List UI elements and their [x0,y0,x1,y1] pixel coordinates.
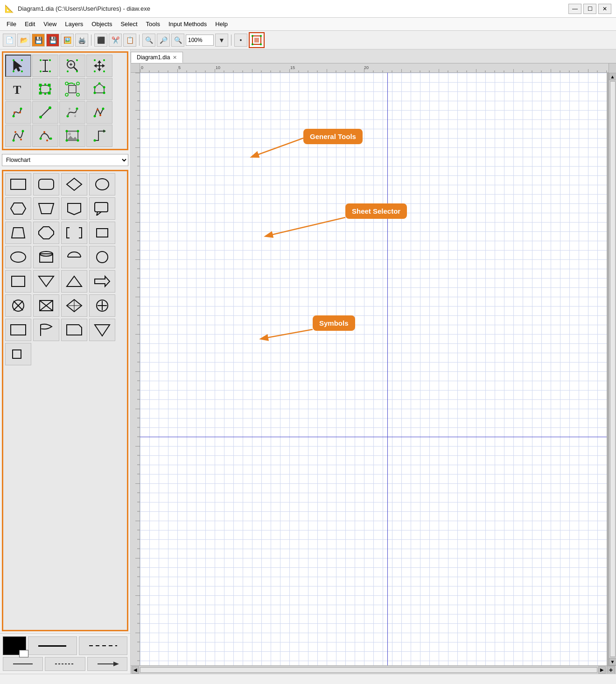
toolbar-cut[interactable]: ✂️ [109,34,122,47]
symbol-cylinder[interactable] [33,246,59,268]
tool-connector[interactable] [86,125,112,147]
h-scroll-left[interactable]: ◀ [132,666,139,674]
menu-objects[interactable]: Objects [88,20,116,28]
zoom-input[interactable] [186,35,214,46]
h-scroll-track[interactable] [140,667,597,673]
toolbar-export[interactable]: 🖼️ [61,34,74,47]
menu-select[interactable]: Select [117,20,141,28]
tool-magnifier[interactable] [59,55,85,77]
zoom-dropdown[interactable]: ▼ [215,34,228,47]
tool-freehand[interactable] [5,101,31,124]
h-scroll-right[interactable]: ▶ [598,666,606,674]
tool-move[interactable] [86,55,112,77]
toolbar-zoom-out[interactable]: 🔍 [171,34,184,47]
minimize-button[interactable]: — [568,4,581,14]
symbol-rect-cut[interactable] [61,319,87,341]
symbol-plus-circle[interactable] [89,294,115,317]
toolbar-special-btn[interactable] [249,32,265,48]
fg-color-block[interactable] [3,636,26,655]
symbol-hexagon[interactable] [5,197,31,220]
symbol-cylinder-top[interactable] [89,173,115,195]
tool-open-bezier[interactable] [32,125,58,147]
toolbar-zoom-fit[interactable]: 🔎 [157,34,170,47]
menu-help[interactable]: Help [211,20,231,28]
tool-spline[interactable] [5,125,31,147]
symbol-trapezoid2[interactable] [5,222,31,244]
tool-pointer[interactable] [5,55,31,77]
svg-point-48 [65,82,68,85]
symbol-inv-triangle[interactable] [89,319,115,341]
tool-rect-rotate[interactable] [59,78,85,100]
tool-text-cursor[interactable] [32,55,58,77]
v-scroll-up[interactable]: ▲ [609,73,616,80]
line-style-thick[interactable] [28,636,77,655]
v-scroll-down[interactable]: ▼ [609,658,616,665]
symbol-x-circle[interactable] [5,294,31,317]
symbol-small-rect[interactable] [89,222,115,244]
toolbar-save[interactable]: 💾 [32,34,45,47]
tool-polygon[interactable] [86,78,112,100]
svg-marker-98 [11,203,26,214]
symbol-rect[interactable] [5,173,31,195]
menu-edit[interactable]: Edit [21,20,39,28]
svg-point-90 [77,140,79,142]
symbol-arrow-right[interactable] [89,270,115,293]
toolbar-paste[interactable]: 📋 [123,34,136,47]
symbol-speech[interactable] [89,197,115,220]
canvas-scroll[interactable] [140,73,609,665]
tool-line[interactable] [32,101,58,124]
menu-file[interactable]: File [3,20,20,28]
line-style-dashed[interactable] [79,636,128,655]
svg-point-59 [20,108,22,110]
color-picker[interactable] [3,636,26,655]
vertical-ruler [131,73,140,665]
symbol-octagon[interactable] [33,222,59,244]
toolbar-new[interactable]: 📄 [3,34,16,47]
tab-diagram1[interactable]: Diagram1.dia ✕ [131,52,183,63]
symbol-rect2[interactable] [5,319,31,341]
symbol-diamond2[interactable] [61,294,87,317]
symbol-roundrect[interactable] [33,173,59,195]
symbol-circle[interactable] [89,246,115,268]
menu-view[interactable]: View [40,20,60,28]
v-scroll-track[interactable] [610,81,616,657]
tool-image[interactable] [59,125,85,147]
tool-zigzag[interactable] [86,101,112,124]
tool-rect-handles[interactable] [32,78,58,100]
menu-layers[interactable]: Layers [61,20,87,28]
toolbar-zoom-in[interactable]: 🔍 [142,34,155,47]
symbol-small-square[interactable] [5,343,31,365]
toolbar-saveas[interactable]: 💾 [46,34,59,47]
arrow-none[interactable] [3,657,43,671]
tool-bezier[interactable] [59,101,85,124]
h-scroll-plus[interactable]: + [607,666,615,674]
maximize-button[interactable]: ☐ [583,4,596,14]
symbol-triangle-down[interactable] [33,270,59,293]
symbol-shield-icon [66,202,83,216]
symbol-diamond[interactable] [61,173,87,195]
tool-text[interactable]: T [5,78,31,100]
menu-tools[interactable]: Tools [142,20,164,28]
symbol-ellipse[interactable] [5,246,31,268]
symbol-trapezoid[interactable] [33,197,59,220]
tab-close-icon[interactable]: ✕ [173,55,177,61]
arrow-right[interactable] [87,657,127,671]
symbol-partial-rect[interactable] [61,222,87,244]
toolbar-dot[interactable]: • [234,34,247,47]
menu-input-methods[interactable]: Input Methods [165,20,210,28]
symbol-shield[interactable] [61,197,87,220]
svg-rect-40 [39,92,42,94]
symbol-triangle-up[interactable] [61,270,87,293]
bg-color-block[interactable] [19,650,28,657]
toolbar-copy-sel[interactable]: ⬛ [94,34,107,47]
symbol-square[interactable] [5,270,31,293]
symbol-flag[interactable] [33,319,59,341]
connector-icon [92,128,107,143]
symbol-half-ellipse[interactable] [61,246,87,268]
toolbar-open[interactable]: 📂 [17,34,30,47]
sheet-dropdown[interactable]: Flowchart UML Network Basic [2,154,128,166]
symbol-x-square[interactable] [33,294,59,317]
toolbar-print[interactable]: 🖨️ [75,34,88,47]
arrow-dashed[interactable] [45,657,85,671]
close-button[interactable]: ✕ [598,4,611,14]
